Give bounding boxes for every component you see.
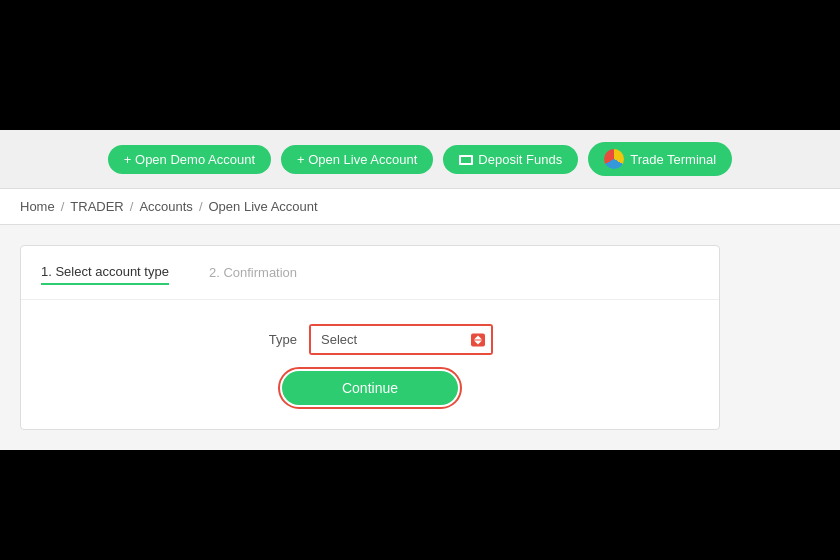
type-select[interactable]: Select xyxy=(311,326,491,353)
open-live-account-button[interactable]: + Open Live Account xyxy=(281,145,433,174)
steps-header: 1. Select account type 2. Confirmation xyxy=(21,246,719,300)
breadcrumb-trader[interactable]: TRADER xyxy=(70,199,123,214)
deposit-icon xyxy=(459,155,473,165)
trade-terminal-button[interactable]: Trade Terminal xyxy=(588,142,732,176)
breadcrumb-sep-1: / xyxy=(61,199,65,214)
step-1: 1. Select account type xyxy=(41,260,169,285)
breadcrumb-sep-3: / xyxy=(199,199,203,214)
top-black-bar xyxy=(0,0,840,130)
deposit-label: Deposit Funds xyxy=(478,152,562,167)
form-card: 1. Select account type 2. Confirmation T… xyxy=(20,245,720,430)
open-demo-account-button[interactable]: + Open Demo Account xyxy=(108,145,271,174)
content-area: + Open Demo Account + Open Live Account … xyxy=(0,130,840,450)
step-2: 2. Confirmation xyxy=(209,261,297,284)
form-area: Type Select Continue xyxy=(21,300,719,429)
continue-button[interactable]: Continue xyxy=(282,371,458,405)
breadcrumb: Home / TRADER / Accounts / Open Live Acc… xyxy=(0,189,840,225)
type-select-wrapper: Select xyxy=(309,324,493,355)
breadcrumb-home[interactable]: Home xyxy=(20,199,55,214)
toolbar: + Open Demo Account + Open Live Account … xyxy=(0,130,840,189)
type-row: Type Select xyxy=(247,324,493,355)
breadcrumb-accounts[interactable]: Accounts xyxy=(139,199,192,214)
deposit-funds-button[interactable]: Deposit Funds xyxy=(443,145,578,174)
type-label: Type xyxy=(247,332,297,347)
breadcrumb-current: Open Live Account xyxy=(209,199,318,214)
main-container: + Open Demo Account + Open Live Account … xyxy=(0,0,840,560)
trade-terminal-icon xyxy=(604,149,624,169)
trade-terminal-label: Trade Terminal xyxy=(630,152,716,167)
bottom-black-bar xyxy=(0,450,840,560)
page-body: 1. Select account type 2. Confirmation T… xyxy=(0,225,840,450)
breadcrumb-sep-2: / xyxy=(130,199,134,214)
